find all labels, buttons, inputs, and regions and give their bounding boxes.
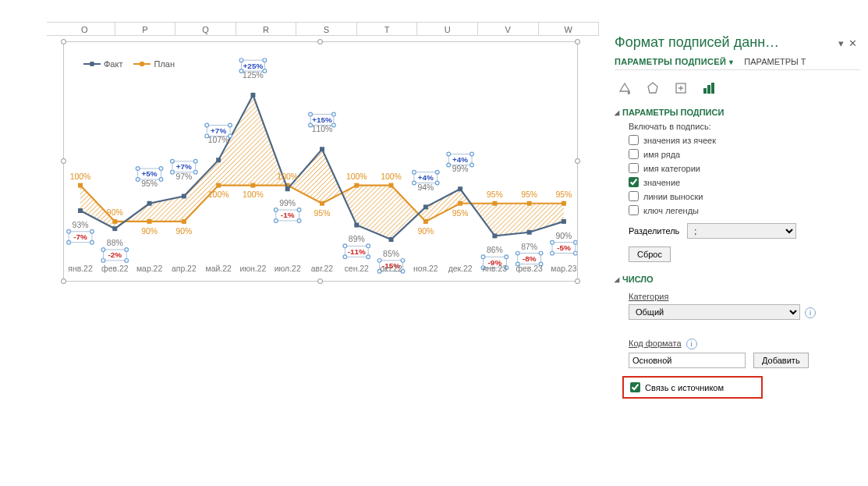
separator-select[interactable]: ; — [687, 223, 796, 239]
svg-rect-2 — [147, 219, 152, 224]
svg-rect-13 — [527, 201, 532, 206]
category-select[interactable]: Общий — [629, 304, 800, 320]
svg-rect-19 — [216, 158, 221, 162]
section-label-options[interactable]: ПАРАМЕТРЫ ПОДПИСИ — [615, 108, 860, 117]
svg-text:95%: 95% — [487, 190, 503, 199]
svg-point-129 — [470, 152, 474, 156]
svg-text:+5%: +5% — [142, 169, 158, 178]
svg-point-134 — [481, 255, 485, 259]
svg-text:95%: 95% — [314, 209, 331, 218]
svg-text:+7%: +7% — [176, 162, 192, 171]
separator-label: Разделитель — [629, 226, 679, 236]
reset-button[interactable]: Сброс — [629, 247, 671, 262]
chart-plot[interactable]: 100%90%90%90%100%100%100%95%100%100%90%9… — [64, 42, 577, 281]
svg-rect-15 — [78, 208, 83, 213]
svg-text:окт.22: окт.22 — [380, 264, 402, 273]
svg-rect-24 — [389, 237, 394, 242]
svg-point-70 — [101, 259, 105, 263]
header-corner — [47, 22, 55, 36]
svg-point-65 — [90, 240, 94, 244]
svg-text:-5%: -5% — [557, 243, 571, 252]
chart-object[interactable]: Факт План 100%90%90%90%100%100%100%95%10… — [63, 41, 578, 282]
effects-icon[interactable] — [644, 80, 661, 97]
svg-text:99%: 99% — [452, 165, 469, 173]
svg-rect-27 — [492, 233, 497, 238]
svg-point-99 — [297, 208, 301, 212]
svg-point-89 — [229, 134, 232, 138]
svg-point-77 — [159, 178, 163, 182]
tab-text-options[interactable]: ПАРАМЕТРЫ Т — [744, 57, 806, 66]
section-number[interactable]: ЧИСЛО — [615, 275, 860, 284]
svg-rect-0 — [78, 183, 83, 188]
fill-icon[interactable] — [616, 80, 633, 97]
svg-point-83 — [193, 170, 197, 174]
svg-point-148 — [551, 251, 554, 255]
linked-to-source-checkbox[interactable] — [630, 382, 640, 392]
svg-text:110%: 110% — [312, 125, 333, 133]
pane-dropdown-icon[interactable]: ▾ — [838, 37, 844, 49]
svg-text:май.22: май.22 — [206, 264, 232, 273]
check-values-from-cells[interactable]: значения из ячеек — [629, 135, 860, 145]
check-series-name[interactable]: имя ряда — [629, 149, 860, 159]
svg-text:фев.22: фев.22 — [101, 264, 129, 273]
svg-text:95%: 95% — [556, 190, 572, 199]
svg-point-92 — [239, 59, 243, 62]
svg-point-123 — [435, 170, 439, 174]
close-icon[interactable]: ✕ — [849, 37, 857, 49]
col-header[interactable]: V — [478, 23, 539, 35]
col-header[interactable]: P — [115, 23, 176, 35]
chart-options-icon[interactable] — [700, 80, 717, 97]
svg-rect-16 — [112, 226, 117, 231]
svg-point-82 — [171, 170, 175, 174]
col-header[interactable]: Q — [175, 23, 236, 35]
svg-rect-18 — [182, 194, 186, 199]
svg-point-86 — [205, 123, 209, 127]
svg-text:125%: 125% — [243, 71, 264, 80]
col-header[interactable]: R — [236, 23, 297, 35]
add-format-button[interactable]: Добавить — [753, 353, 809, 368]
svg-point-95 — [263, 69, 267, 73]
check-category-name[interactable]: имя категории — [629, 163, 860, 173]
col-header[interactable]: U — [417, 23, 478, 35]
svg-point-141 — [539, 251, 543, 255]
svg-text:авг.22: авг.22 — [311, 264, 334, 273]
svg-point-68 — [101, 248, 105, 252]
svg-rect-8 — [354, 183, 359, 188]
linked-to-source-highlight: Связь с источником — [622, 376, 763, 399]
svg-point-94 — [239, 69, 243, 73]
svg-point-74 — [136, 167, 140, 171]
svg-point-135 — [505, 255, 508, 259]
svg-point-124 — [413, 181, 416, 185]
check-legend-key[interactable]: ключ легенды — [629, 205, 860, 215]
svg-point-116 — [377, 258, 381, 262]
svg-rect-167 — [703, 88, 707, 94]
svg-text:95%: 95% — [521, 190, 537, 199]
svg-text:90%: 90% — [141, 227, 158, 236]
svg-point-131 — [470, 163, 474, 167]
svg-point-104 — [309, 112, 313, 116]
col-header[interactable]: W — [539, 23, 600, 35]
info-icon[interactable]: i — [805, 307, 816, 318]
linked-to-source-label: Связь с источником — [645, 383, 724, 392]
svg-text:июн.22: июн.22 — [239, 264, 266, 273]
col-header[interactable]: O — [55, 23, 115, 35]
info-icon[interactable]: i — [686, 339, 697, 349]
tab-label-options[interactable]: ПАРАМЕТРЫ ПОДПИСЕЙ▼ — [615, 57, 735, 66]
col-header[interactable]: T — [357, 23, 418, 35]
svg-point-112 — [343, 255, 347, 259]
svg-point-81 — [193, 159, 197, 163]
size-icon[interactable] — [672, 80, 689, 97]
svg-rect-11 — [458, 201, 462, 206]
check-value[interactable]: значение — [629, 177, 860, 187]
svg-point-106 — [309, 123, 313, 127]
svg-point-69 — [125, 248, 129, 252]
svg-text:90%: 90% — [417, 227, 434, 236]
svg-text:97%: 97% — [175, 172, 192, 181]
format-code-input[interactable] — [629, 353, 746, 368]
col-header[interactable]: S — [296, 23, 357, 35]
svg-point-100 — [274, 219, 278, 223]
check-leader-lines[interactable]: линии выноски — [629, 191, 860, 201]
svg-text:+4%: +4% — [418, 173, 434, 182]
svg-point-64 — [67, 240, 71, 244]
svg-text:-7%: -7% — [73, 232, 87, 241]
